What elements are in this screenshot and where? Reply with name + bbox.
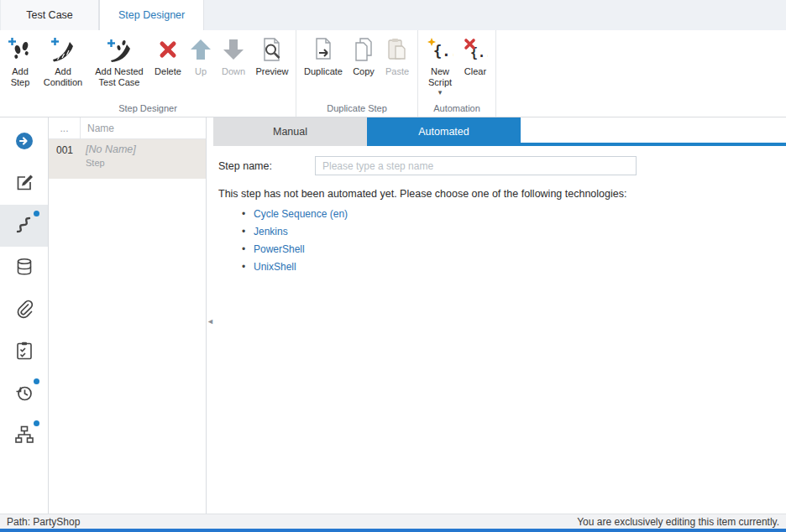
move-up-label: Up [195,66,207,77]
steps-list-panel: ... Name 001 [No Name] Step [49,117,207,514]
add-condition-label: Add Condition [39,66,87,88]
duplicate-button[interactable]: Duplicate [300,33,347,78]
clear-label: Clear [464,66,486,77]
tab-test-case[interactable]: Test Case [0,0,99,30]
attachments-icon [14,299,34,321]
notification-dot [34,420,39,426]
tech-link-unixshell[interactable]: UnixShell [254,261,296,273]
step-name: [No Name] [86,143,201,155]
active-tab-indicator [520,143,786,146]
not-automated-message: This step has not been automated yet. Pl… [218,188,786,200]
delete-button[interactable]: Delete [149,33,186,78]
steps-icon [14,215,34,237]
go-to-icon [14,131,34,154]
move-down-label: Down [222,66,245,77]
step-type: Step [86,158,201,168]
ribbon: Add Step Add Condition [0,30,786,117]
clear-script-button[interactable]: {..} Clear [458,33,492,78]
add-nested-test-case-label: Add Nested Test Case [91,66,148,88]
checklist-icon [14,341,34,363]
technology-list: Cycle Sequence (en) Jenkins PowerShell U… [242,207,786,274]
copy-button[interactable]: Copy [347,33,380,78]
duplicate-icon [309,35,338,64]
list-item: UnixShell [242,260,786,274]
sidebar-item-steps[interactable] [0,205,48,247]
dropdown-caret-icon: ▾ [438,89,443,96]
step-list-row[interactable]: 001 [No Name] Step [49,139,206,179]
status-path: Path: PartyShop [7,516,80,528]
preview-button[interactable]: Preview [252,33,292,78]
app-window: Test Case Step Designer [0,0,786,532]
step-name-field-label: Step name: [218,160,315,172]
edit-icon [14,173,34,196]
add-nested-test-case-button[interactable]: Add Nested Test Case [89,33,149,89]
left-icon-sidebar [0,117,49,514]
sidebar-item-checklist[interactable] [0,331,48,373]
hierarchy-icon [14,425,34,447]
tab-manual[interactable]: Manual [213,117,367,146]
copy-icon [349,35,378,64]
clear-icon: {..} [461,35,490,64]
list-item: Jenkins [242,225,786,239]
sidebar-item-go-to[interactable] [0,121,48,163]
add-condition-button[interactable]: Add Condition [37,33,89,89]
ribbon-group-label: Automation [422,100,492,117]
tab-automated[interactable]: Automated [367,117,521,146]
new-script-label: New Script [423,66,457,88]
history-icon [14,383,34,405]
ribbon-group-automation: {..} New Script ▾ {..} [418,30,496,117]
up-arrow-icon [186,35,215,64]
add-nested-test-case-icon [105,35,134,64]
step-name-row: Step name: [218,156,786,175]
list-item: PowerShell [242,243,786,257]
paste-icon [383,35,411,64]
editor-tab-bar: Manual Automated [207,117,786,146]
notification-dot [34,378,39,384]
new-script-icon: {..} [426,35,454,64]
copy-label: Copy [353,66,375,77]
add-step-button[interactable]: Add Step [3,33,37,89]
ribbon-group-label: Step Designer [3,100,292,117]
status-bar: Path: PartyShop You are exclusively edit… [0,514,786,532]
add-step-icon [6,35,34,64]
status-edit-notice: You are exclusively editing this item cu… [577,516,779,528]
preview-label: Preview [255,66,288,77]
document-tab-strip: Test Case Step Designer [0,0,786,30]
down-arrow-icon [219,35,248,64]
list-item: Cycle Sequence (en) [242,207,786,222]
add-step-label: Add Step [5,66,35,88]
step-number: 001 [49,139,81,179]
notification-dot [34,211,39,216]
delete-label: Delete [155,66,181,77]
delete-icon [154,35,182,64]
tab-step-designer[interactable]: Step Designer [99,0,204,30]
ribbon-group-label: Duplicate Step [300,100,414,117]
step-editor-panel: Manual Automated Step name: This step ha… [207,117,786,514]
collapse-panel-arrow-icon[interactable] [207,314,217,329]
tech-link-cycle-sequence[interactable]: Cycle Sequence (en) [254,208,348,220]
step-name-input[interactable] [315,156,637,175]
steps-list-header: ... Name [49,117,206,139]
sidebar-item-attachments[interactable] [0,289,48,331]
preview-icon [258,35,286,64]
column-header-number: ... [49,117,81,138]
column-header-name: Name [81,117,206,138]
ribbon-group-duplicate-step: Duplicate Copy [296,30,418,117]
database-icon [14,257,34,279]
move-up-button[interactable]: Up [186,33,215,78]
sidebar-item-edit[interactable] [0,163,48,205]
ribbon-group-step-designer: Add Step Add Condition [0,30,296,117]
svg-text:{..}: {..} [433,43,453,60]
tech-link-jenkins[interactable]: Jenkins [254,226,288,237]
sidebar-item-history[interactable] [0,373,48,415]
add-condition-icon [49,35,77,64]
paste-label: Paste [385,66,409,77]
new-script-button[interactable]: {..} New Script ▾ [422,33,458,96]
tech-link-powershell[interactable]: PowerShell [254,243,305,255]
sidebar-item-hierarchy[interactable] [0,415,48,456]
sidebar-item-database[interactable] [0,247,48,289]
duplicate-label: Duplicate [304,66,343,77]
move-down-button[interactable]: Down [215,33,252,78]
paste-button[interactable]: Paste [380,33,414,78]
